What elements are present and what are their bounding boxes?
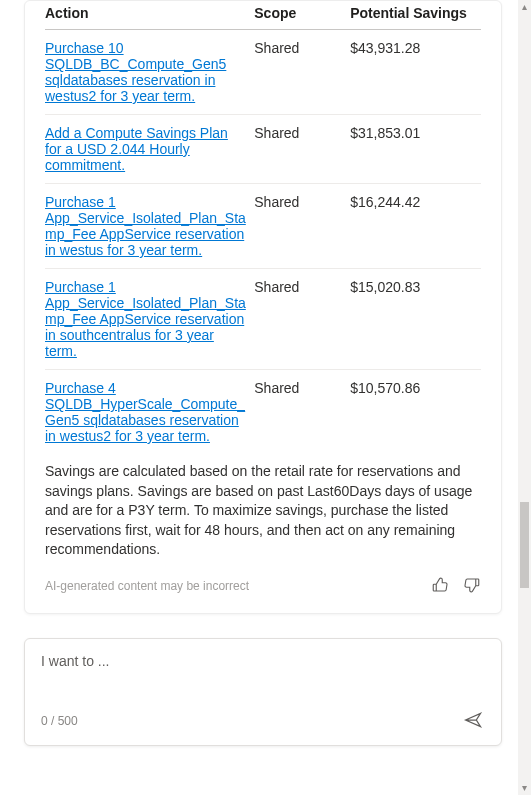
savings-cell: $43,931.28	[350, 30, 481, 115]
scope-cell: Shared	[254, 30, 350, 115]
table-row: Purchase 1 App_Service_Isolated_Plan_Sta…	[45, 184, 481, 269]
chat-scroll-area[interactable]: Action Scope Potential Savings Purchase …	[0, 0, 518, 795]
recommendation-link[interactable]: Purchase 10 SQLDB_BC_Compute_Gen5 sqldat…	[45, 40, 226, 104]
scroll-thumb[interactable]	[520, 502, 529, 588]
savings-footnote: Savings are calculated based on the reta…	[45, 454, 481, 572]
send-button[interactable]	[461, 708, 485, 735]
thumbs-up-icon[interactable]	[431, 576, 449, 597]
table-row: Add a Compute Savings Plan for a USD 2.0…	[45, 115, 481, 184]
recommendation-link[interactable]: Add a Compute Savings Plan for a USD 2.0…	[45, 125, 228, 173]
recommendation-link[interactable]: Purchase 1 App_Service_Isolated_Plan_Sta…	[45, 194, 246, 258]
prompt-input[interactable]	[41, 653, 485, 685]
savings-cell: $15,020.83	[350, 269, 481, 370]
table-row: Purchase 10 SQLDB_BC_Compute_Gen5 sqldat…	[45, 30, 481, 115]
thumbs-down-icon[interactable]	[463, 576, 481, 597]
recommendation-link[interactable]: Purchase 4 SQLDB_HyperScale_Compute_Gen5…	[45, 380, 245, 444]
page-scrollbar[interactable]: ▴ ▾	[518, 0, 531, 795]
scope-cell: Shared	[254, 115, 350, 184]
savings-cell: $31,853.01	[350, 115, 481, 184]
table-row: Purchase 4 SQLDB_HyperScale_Compute_Gen5…	[45, 370, 481, 455]
savings-table: Action Scope Potential Savings Purchase …	[45, 1, 481, 454]
assistant-message-card: Action Scope Potential Savings Purchase …	[24, 0, 502, 614]
ai-disclaimer: AI-generated content may be incorrect	[45, 579, 249, 593]
scroll-up-icon[interactable]: ▴	[522, 2, 527, 12]
scope-cell: Shared	[254, 370, 350, 455]
scope-cell: Shared	[254, 184, 350, 269]
message-composer: 0 / 500	[24, 638, 502, 746]
char-count: 0 / 500	[41, 714, 78, 728]
col-action: Action	[45, 1, 254, 30]
scroll-down-icon[interactable]: ▾	[522, 783, 527, 793]
savings-cell: $16,244.42	[350, 184, 481, 269]
feedback-buttons	[431, 576, 481, 597]
col-scope: Scope	[254, 1, 350, 30]
savings-cell: $10,570.86	[350, 370, 481, 455]
send-icon	[463, 718, 483, 733]
recommendation-link[interactable]: Purchase 1 App_Service_Isolated_Plan_Sta…	[45, 279, 246, 359]
col-savings: Potential Savings	[350, 1, 481, 30]
scope-cell: Shared	[254, 269, 350, 370]
table-row: Purchase 1 App_Service_Isolated_Plan_Sta…	[45, 269, 481, 370]
